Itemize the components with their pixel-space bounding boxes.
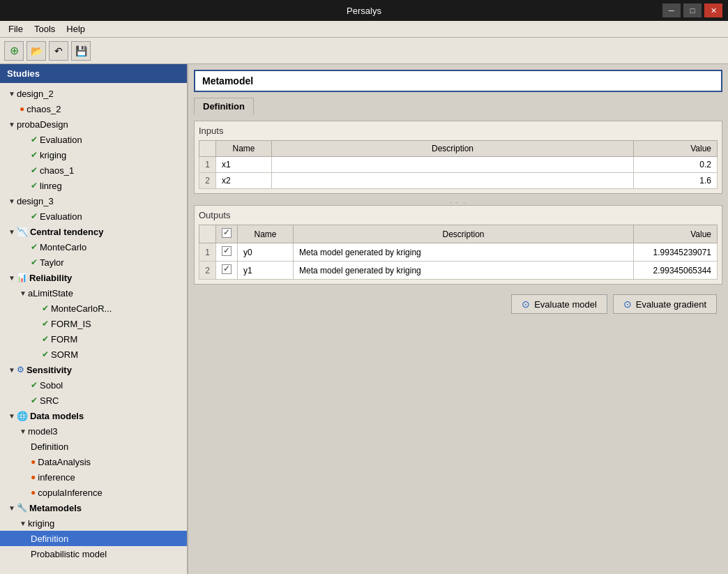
sidebar-item-sensitivity[interactable]: ▼ ⚙ Sensitivity [0,362,187,377]
input-name: x1 [216,157,272,173]
sidebar-item-linreg[interactable]: ✔ linreg [0,178,187,193]
inputs-col-num [199,141,216,157]
sidebar-item-label: Sensitivity [26,365,72,375]
output-value: 2.99345065344 [634,262,718,280]
sidebar-item-reliability[interactable]: ▼ 📊 Reliability [0,270,187,285]
menu-help[interactable]: Help [61,22,91,36]
minimize-button[interactable]: ─ [662,3,681,17]
sidebar-item-chaos2[interactable]: ● chaos_2 [0,101,187,116]
input-value[interactable] [634,157,718,173]
evaluate-gradient-button[interactable]: ⊙ Evaluate gradient [613,294,717,314]
check-icon: ✔ [31,211,38,221]
save-button[interactable]: 💾 [71,41,91,61]
sidebar-item-label: Reliability [29,273,72,283]
sidebar-item-kriging[interactable]: ✔ kriging [0,147,187,163]
sidebar-item-src[interactable]: ✔ SRC [0,393,187,408]
sidebar-item-label: probaDesign [17,119,68,130]
wave-icon: 📉 [17,227,28,237]
arrow-icon: ▼ [8,504,15,512]
output-checkbox[interactable] [216,262,238,280]
sidebar-item-inference[interactable]: ● inference [0,469,187,485]
input-description [272,157,634,173]
output-description: Meta model generated by kriging [294,262,634,280]
check-icon: ✔ [42,334,49,344]
inputs-col-name: Name [216,141,272,157]
sidebar-item-datamodels[interactable]: ▼ 🌐 Data models [0,408,187,423]
sidebar-item-label: Definition [31,441,68,452]
sidebar-item-label: kriging [28,518,54,529]
sidebar-item-label: Probabilistic model [31,549,107,559]
output-checkbox[interactable] [216,243,238,262]
inputs-table: Name Description Value 1 x1 2 x2 [199,140,718,189]
sidebar-item-montecarlor[interactable]: ✔ MonteCarloR... [0,301,187,316]
maximize-button[interactable]: □ [683,3,702,17]
tab-definition[interactable]: Definition [194,98,254,115]
sidebar-item-label: Central tendency [30,227,103,237]
sidebar-item-label: inference [38,472,75,483]
sidebar-item-definition-sel[interactable]: Definition [0,531,187,546]
sidebar-item-label: design_2 [17,89,54,99]
new-button[interactable]: ⊕ [4,41,24,61]
menu-tools[interactable]: Tools [29,22,61,36]
globe-icon: 🌐 [17,411,28,421]
sidebar-item-evaluation1[interactable]: ✔ Evaluation [0,132,187,147]
evaluate-gradient-label: Evaluate gradient [636,299,706,310]
outputs-col-num [199,225,216,243]
outputs-col-check [216,225,238,243]
sidebar-item-form[interactable]: ✔ FORM [0,331,187,347]
reliability-icon: 📊 [17,273,27,282]
close-button[interactable]: ✕ [704,3,722,17]
titlebar: Persalys ─ □ ✕ [0,0,728,21]
sidebar-item-label: Sobol [40,380,63,391]
sidebar-item-label: MonteCarloR... [51,303,112,314]
evaluate-model-button[interactable]: ⊙ Evaluate model [511,294,607,314]
sidebar-item-sobol[interactable]: ✔ Sobol [0,377,187,393]
sidebar-item-probabilistic-model[interactable]: Probabilistic model [0,546,187,561]
toolbar: ⊕ 📂 ↶ 💾 [0,38,728,64]
sidebar-item-label: FORM [51,334,77,345]
sidebar-item-label: copulaInference [38,488,103,498]
sidebar-item-taylor[interactable]: ✔ Taylor [0,255,187,270]
sidebar-item-sorm[interactable]: ✔ SORM [0,347,187,362]
sidebar-item-label: SRC [40,395,59,406]
row-num: 1 [199,157,216,173]
sidebar-item-montecarlo[interactable]: ✔ MonteCarlo [0,239,187,255]
check-icon: ✔ [42,319,49,328]
input-value[interactable] [634,173,718,189]
evaluate-model-icon: ⊙ [522,299,530,310]
arrow-icon: ▼ [8,274,15,282]
sidebar-item-formis[interactable]: ✔ FORM_IS [0,316,187,331]
sidebar-item-label: Data models [30,411,84,421]
sidebar-item-copulainference[interactable]: ● copulaInference [0,485,187,500]
sidebar-item-metamodels[interactable]: ▼ 🔧 Metamodels [0,500,187,515]
inputs-title: Inputs [199,126,718,136]
sidebar: Studies ▼ design_2 ● chaos_2 ▼ probaDesi… [0,64,188,574]
divider-dots: · · · [450,199,467,206]
sidebar-item-chaos1[interactable]: ✔ chaos_1 [0,163,187,178]
output-description: Meta model generated by kriging [294,243,634,262]
check-icon: ✔ [31,150,38,160]
back-button[interactable]: ↶ [49,41,68,61]
sidebar-item-model3[interactable]: ▼ model3 [0,423,187,439]
sidebar-item-definition-dm[interactable]: Definition [0,439,187,454]
sidebar-item-probadesign[interactable]: ▼ probaDesign [0,116,187,132]
sidebar-item-evaluation3[interactable]: ✔ Evaluation [0,209,187,224]
sidebar-item-design3[interactable]: ▼ design_3 [0,193,187,209]
sidebar-item-label: linreg [40,181,62,191]
sidebar-item-label: Definition [31,534,68,544]
sidebar-item-label: chaos_1 [40,165,74,176]
table-row: 1 y0 Meta model generated by kriging 1.9… [199,243,718,262]
table-row: 2 y1 Meta model generated by kriging 2.9… [199,262,718,280]
open-button[interactable]: 📂 [26,41,46,61]
sidebar-item-label: Evaluation [40,211,82,222]
tabs: Definition [194,98,722,115]
menu-file[interactable]: File [3,22,29,36]
table-row: 1 x1 [199,157,718,173]
row-num: 2 [199,173,216,189]
sidebar-item-central-tendency[interactable]: ▼ 📉 Central tendency [0,224,187,239]
sidebar-item-kriging-mm[interactable]: ▼ kriging [0,515,187,531]
sidebar-item-alimitstate[interactable]: ▼ aLimitState [0,285,187,301]
evaluate-gradient-icon: ⊙ [623,299,632,310]
sidebar-item-dataanalysis[interactable]: ● DataAnalysis [0,454,187,469]
sidebar-item-design2[interactable]: ▼ design_2 [0,86,187,101]
